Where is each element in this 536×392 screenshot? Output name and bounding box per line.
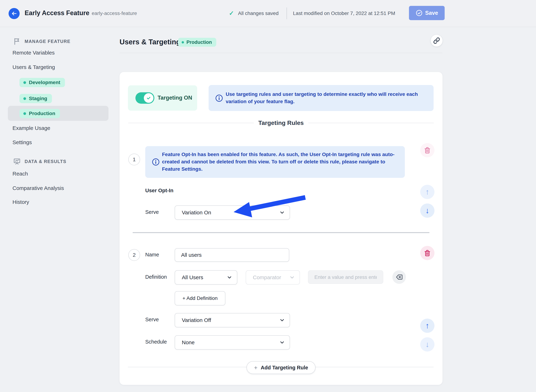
chevron-down-icon [227, 275, 232, 280]
sidebar-item-users-targeting[interactable]: Users & Targeting [13, 64, 55, 70]
chevron-down-icon [289, 275, 295, 280]
rule-divider [133, 232, 430, 233]
last-modified-text: Last modified on October 7, 2022 at 12:5… [293, 10, 395, 16]
flag-icon [13, 37, 21, 45]
back-button[interactable] [9, 8, 20, 19]
rule2-delete-button[interactable] [420, 246, 435, 260]
sidebar-item-comparative-analysis[interactable]: Comparative Analysis [13, 185, 64, 191]
env-dot-icon [23, 81, 26, 84]
info-icon [215, 94, 223, 102]
sidebar-env-staging[interactable]: Staging [19, 94, 52, 103]
rule2-clear-definition-button[interactable] [392, 270, 406, 284]
targeting-rules-heading: Targeting Rules [128, 119, 434, 126]
feature-title: Early Access Feature [25, 9, 89, 17]
rule2-definition-label: Definition [145, 274, 167, 280]
page-title: Users & Targeting [120, 38, 181, 46]
rules-heading-line [128, 123, 254, 123]
rule2-number-badge: 2 [128, 249, 140, 261]
backspace-icon [395, 273, 403, 281]
chevron-down-icon [279, 317, 285, 323]
env-staging-label: Staging [29, 96, 47, 101]
rule1-move-down-button[interactable]: ↓ [420, 204, 435, 218]
data-results-label: DATA & RESULTS [25, 159, 66, 164]
rule1-number-badge: 1 [128, 154, 140, 165]
feature-slug: early-access-feature [92, 10, 137, 16]
rule1-move-up-button[interactable]: ↑ [420, 185, 435, 199]
env-dot-icon [23, 97, 26, 100]
targeting-toggle-card: Targeting ON [128, 85, 197, 111]
data-results-section: DATA & RESULTS [13, 158, 66, 165]
targeting-card: Targeting ON Use targeting rules and use… [120, 72, 442, 385]
plus-icon: + [254, 364, 258, 371]
rules-heading-line [308, 123, 434, 123]
save-check-icon [416, 9, 423, 17]
rule2-name-label: Name [145, 252, 159, 258]
rule1-delete-button[interactable] [420, 143, 435, 157]
add-targeting-rule-label: Add Targeting Rule [261, 365, 308, 371]
sidebar-item-settings[interactable]: Settings [13, 139, 32, 145]
link-icon [433, 37, 440, 44]
rule2-move-down-button[interactable]: ↓ [420, 337, 435, 352]
rule2-schedule-label: Schedule [145, 339, 167, 345]
rule2-serve-value: Variation Off [182, 317, 211, 323]
top-header-bar: Early Access Feature early-access-featur… [0, 0, 536, 27]
toggle-check-icon [146, 95, 151, 101]
rule2-serve-label: Serve [145, 317, 159, 322]
rule2-value-input [308, 270, 383, 284]
rule1-serve-value: Variation On [182, 210, 211, 216]
sidebar-item-reach[interactable]: Reach [13, 171, 28, 177]
add-targeting-rule-button[interactable]: + Add Targeting Rule [246, 361, 316, 374]
rule1-serve-label: Serve [145, 209, 159, 215]
targeting-toggle-label: Targeting ON [158, 95, 192, 101]
sidebar-item-history[interactable]: History [13, 199, 29, 205]
rule2-move-up-button[interactable]: ↑ [420, 319, 435, 333]
rule1-info-text: Feature Opt-In has been enabled for this… [162, 151, 397, 173]
rule2-schedule-dropdown[interactable]: None [175, 335, 290, 350]
rule1-info-box: Feature Opt-In has been enabled for this… [145, 146, 405, 178]
saved-status: All changes saved [238, 10, 278, 16]
chevron-down-icon [279, 340, 285, 345]
rule2-comparator-dropdown: Comparator [246, 270, 300, 285]
targeting-info-box: Use targeting rules and user targeting t… [209, 85, 434, 111]
env-development-label: Development [29, 80, 60, 85]
sidebar-item-remote-variables[interactable]: Remote Variables [13, 50, 55, 56]
save-label: Save [425, 10, 438, 16]
manage-feature-section: MANAGE FEATURE [13, 37, 71, 45]
back-arrow-icon [11, 10, 17, 17]
targeting-toggle[interactable] [135, 92, 154, 104]
add-definition-button[interactable]: + Add Definition [175, 291, 225, 305]
env-production-label: Production [29, 111, 55, 116]
rule2-serve-dropdown[interactable]: Variation Off [175, 313, 290, 327]
arrow-down-icon: ↓ [425, 207, 429, 215]
arrow-down-icon: ↓ [425, 341, 429, 348]
header-divider [287, 8, 287, 19]
toggle-knob [144, 93, 153, 103]
rule2-schedule-value: None [182, 339, 195, 345]
sidebar-item-example-usage[interactable]: Example Usage [13, 125, 50, 131]
info-icon [152, 158, 160, 166]
chevron-down-icon [279, 210, 285, 215]
arrow-up-icon: ↑ [425, 188, 429, 196]
sidebar-env-development[interactable]: Development [19, 78, 65, 87]
environment-badge: Production [178, 38, 216, 47]
trash-icon [424, 147, 431, 154]
arrow-up-icon: ↑ [425, 322, 429, 330]
chart-icon [13, 158, 21, 165]
env-dot-icon [182, 41, 184, 43]
rule1-serve-dropdown[interactable]: Variation On [175, 205, 290, 220]
manage-feature-label: MANAGE FEATURE [25, 39, 71, 44]
trash-icon [424, 249, 431, 257]
saved-check-icon: ✓ [229, 10, 234, 17]
rule2-name-input[interactable] [175, 248, 289, 262]
rule2-definition-dropdown[interactable]: All Users [175, 270, 237, 285]
targeting-info-text: Use targeting rules and user targeting t… [226, 90, 427, 105]
rule2-comparator-placeholder: Comparator [253, 274, 281, 280]
sidebar-env-production[interactable]: Production [19, 109, 60, 118]
copy-link-button[interactable] [431, 35, 442, 47]
heading-divider [120, 53, 442, 53]
rule1-name: User Opt-In [145, 188, 173, 193]
save-button[interactable]: Save [409, 6, 445, 20]
environment-badge-label: Production [187, 40, 212, 45]
env-dot-icon [23, 112, 26, 115]
rule2-definition-value: All Users [182, 274, 203, 280]
